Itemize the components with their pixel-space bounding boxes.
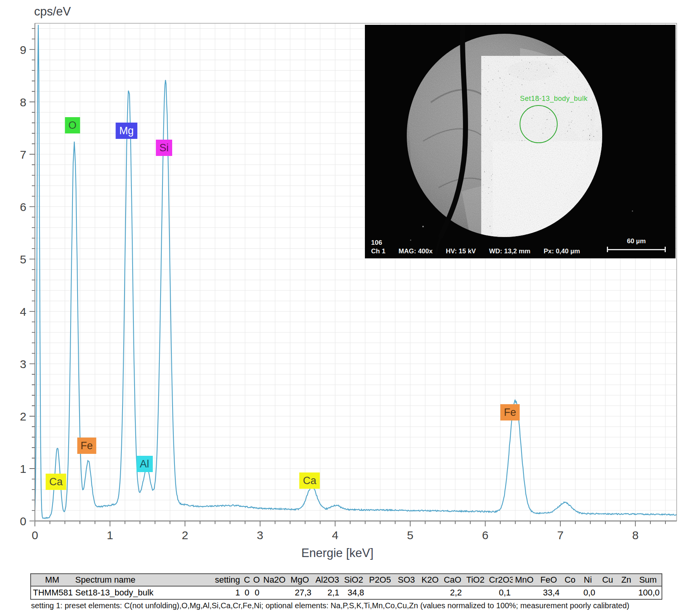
x-tick-label: 6 xyxy=(482,529,489,542)
table-cell xyxy=(561,586,579,599)
sem-voltage: HV: 15 kV xyxy=(446,247,476,255)
quantification-table-wrap: MMSpectrum namesettingCONa2OMgOAl2O3SiO2… xyxy=(30,573,662,600)
table-cell: 2,1 xyxy=(313,586,341,599)
quantification-table: MMSpectrum namesettingCONa2OMgOAl2O3SiO2… xyxy=(30,573,662,600)
y-tick-label: 5 xyxy=(20,253,26,266)
table-row: THMM581Set18-13_body_bulk10027,32,134,82… xyxy=(31,586,662,599)
col-header-Cr2O3: Cr2O3 xyxy=(487,574,513,586)
x-tick-label: 7 xyxy=(557,529,564,542)
sem-info-bar: Ch 1 MAG: 400x HV: 15 kV WD: 13,2 mm Px:… xyxy=(371,247,580,255)
y-tick-label: 3 xyxy=(20,358,26,370)
table-cell xyxy=(597,586,618,599)
y-tick-label: 0 xyxy=(20,515,26,528)
table-cell: 1 xyxy=(213,586,242,599)
y-tick-label: 7 xyxy=(20,148,26,161)
table-header-row: MMSpectrum namesettingCONa2OMgOAl2O3SiO2… xyxy=(31,574,662,586)
y-tick-label: 9 xyxy=(20,43,26,56)
sem-annotation-label: Set18-13_body_bulk xyxy=(520,95,587,103)
col-header-TiO2: TiO2 xyxy=(464,574,487,586)
table-cell: 0,1 xyxy=(487,586,513,599)
x-tick-label: 5 xyxy=(407,529,413,542)
table-cell: 27,3 xyxy=(286,586,313,599)
table-cell: 2,2 xyxy=(441,586,464,599)
col-header-K2O: K2O xyxy=(419,574,441,586)
table-cell: 0 xyxy=(242,586,251,599)
table-cell: 34,8 xyxy=(341,586,366,599)
col-header-O: O xyxy=(251,574,261,586)
col-header-CaO: CaO xyxy=(441,574,464,586)
element-label-Al: Al xyxy=(136,456,153,472)
col-header-SO3: SO3 xyxy=(394,574,419,586)
element-label-Fe: Fe xyxy=(77,438,97,454)
table-cell: Set18-13_body_bulk xyxy=(73,586,213,599)
x-tick-label: 0 xyxy=(32,529,38,542)
col-header-MnO: MnO xyxy=(513,574,536,586)
element-label-Mg: Mg xyxy=(116,123,137,139)
table-cell: 0 xyxy=(251,586,261,599)
col-header-MgO: MgO xyxy=(286,574,313,586)
x-tick-label: 8 xyxy=(632,529,639,542)
col-header-P2O5: P2O5 xyxy=(366,574,394,586)
col-header-setting: setting xyxy=(213,574,242,586)
scale-bar-line xyxy=(607,247,666,252)
x-axis-title: Energie [keV] xyxy=(35,546,640,560)
sem-magnification: MAG: 400x xyxy=(399,247,433,255)
col-header-Spectrum-name: Spectrum name xyxy=(73,574,213,586)
table-cell xyxy=(394,586,419,599)
col-header-C: C xyxy=(242,574,251,586)
sem-channel: Ch 1 xyxy=(371,247,385,255)
col-header-FeO: FeO xyxy=(536,574,561,586)
sem-scale-bar: 60 µm xyxy=(607,237,666,252)
col-header-Al2O3: Al2O3 xyxy=(313,574,341,586)
col-header-Sum: Sum xyxy=(634,574,662,586)
y-tick-label: 6 xyxy=(20,201,26,213)
sem-inset-image: Set18-13_body_bulk 106 Ch 1 MAG: 400x HV… xyxy=(365,25,675,258)
scale-bar-label: 60 µm xyxy=(607,237,666,245)
col-header-Na2O: Na2O xyxy=(261,574,286,586)
eds-report: cps/eV 0123456780123456789 CaOFeMgAlSiCa… xyxy=(0,0,691,616)
sem-micrograph xyxy=(365,25,675,258)
col-header-Cu: Cu xyxy=(597,574,618,586)
y-tick-label: 2 xyxy=(20,410,26,423)
sem-image-number: 106 xyxy=(371,239,382,247)
x-tick-label: 1 xyxy=(107,529,113,542)
table-cell xyxy=(513,586,536,599)
table-cell xyxy=(464,586,487,599)
y-tick-label: 4 xyxy=(20,305,26,318)
x-tick-label: 4 xyxy=(332,529,339,542)
table-cell: 33,4 xyxy=(536,586,561,599)
table-footnote: setting 1: preset elements: C(not unfold… xyxy=(31,601,659,610)
table-cell xyxy=(419,586,441,599)
col-header-SiO2: SiO2 xyxy=(341,574,366,586)
y-tick-label: 8 xyxy=(20,96,26,109)
col-header-Co: Co xyxy=(561,574,579,586)
table-cell: 100,0 xyxy=(634,586,662,599)
col-header-Zn: Zn xyxy=(618,574,634,586)
table-cell xyxy=(618,586,634,599)
sem-pixel-size: Px: 0,40 µm xyxy=(544,247,580,255)
col-header-MM: MM xyxy=(31,574,73,586)
element-label-Ca: Ca xyxy=(46,474,66,490)
x-tick-label: 3 xyxy=(257,529,263,542)
element-label-O: O xyxy=(65,117,80,133)
element-label-Fe: Fe xyxy=(501,404,520,420)
element-label-Si: Si xyxy=(156,140,172,156)
table-cell: THMM581 xyxy=(31,586,73,599)
y-tick-label: 1 xyxy=(20,462,26,475)
table-cell xyxy=(366,586,394,599)
element-label-Ca: Ca xyxy=(299,472,320,489)
table-cell: 0,0 xyxy=(579,586,597,599)
x-tick-label: 2 xyxy=(182,529,188,542)
sem-working-distance: WD: 13,2 mm xyxy=(489,247,530,255)
table-cell xyxy=(261,586,286,599)
col-header-Ni: Ni xyxy=(579,574,597,586)
